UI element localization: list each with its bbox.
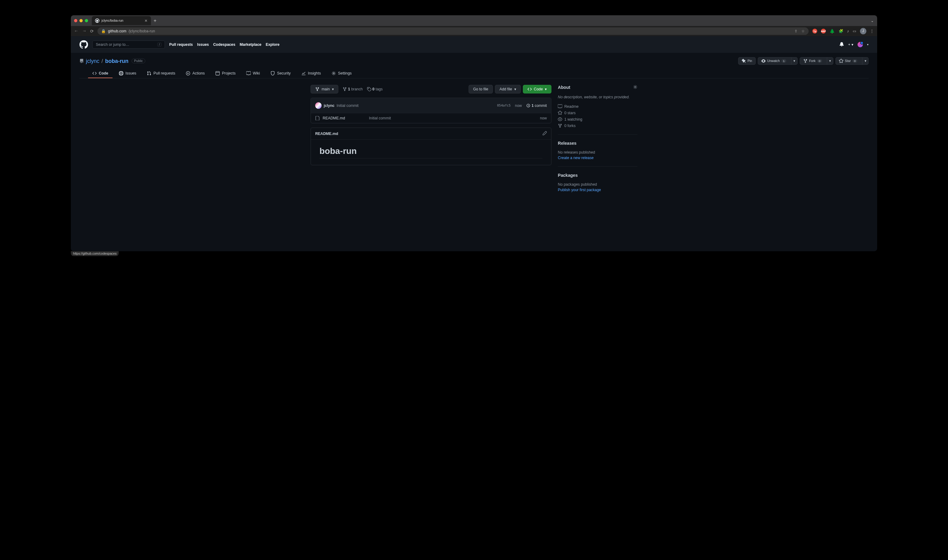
tab-code[interactable]: Code bbox=[88, 69, 112, 78]
branch-selector[interactable]: main ▾ bbox=[311, 85, 339, 94]
branch-icon bbox=[343, 87, 347, 91]
search-input[interactable]: Search or jump to… / bbox=[92, 41, 165, 49]
pin-icon bbox=[742, 59, 746, 63]
book-icon bbox=[246, 71, 251, 75]
file-time: now bbox=[540, 116, 547, 120]
fork-button[interactable]: Fork 0 ▾ bbox=[800, 57, 833, 65]
gear-icon bbox=[633, 85, 637, 89]
reload-button[interactable]: ⟳ bbox=[90, 29, 94, 34]
url-domain: github.com bbox=[108, 29, 126, 33]
commits-link[interactable]: 1 commit bbox=[526, 103, 547, 108]
panel-icon[interactable]: ▭ bbox=[853, 29, 856, 33]
github-favicon bbox=[95, 18, 99, 23]
bookmark-icon[interactable]: ☆ bbox=[802, 29, 805, 33]
commit-author[interactable]: jclync bbox=[324, 103, 334, 108]
tags-link[interactable]: 0 tags bbox=[367, 87, 383, 91]
branch-icon bbox=[315, 87, 320, 91]
branches-link[interactable]: 1 branch bbox=[343, 87, 363, 91]
star-button[interactable]: Star 0 ▾ bbox=[835, 57, 868, 65]
readme-link[interactable]: Readme bbox=[558, 104, 637, 108]
share-icon[interactable]: ⇧ bbox=[794, 29, 798, 33]
tab-dropdown-icon[interactable]: ⌄ bbox=[871, 18, 874, 23]
readme-heading: boba-run bbox=[320, 146, 542, 158]
nav-issues[interactable]: Issues bbox=[197, 42, 209, 47]
address-bar[interactable]: 🔒 github.com/jclync/boba-run ⇧ ☆ bbox=[97, 28, 808, 35]
tab-security[interactable]: Security bbox=[266, 69, 295, 78]
watching-link[interactable]: 1 watching bbox=[558, 117, 637, 122]
fork-caret[interactable]: ▾ bbox=[827, 57, 833, 65]
unwatch-button[interactable]: Unwatch 1 ▾ bbox=[758, 57, 797, 65]
project-icon bbox=[215, 71, 220, 75]
star-icon bbox=[558, 111, 562, 115]
new-tab-button[interactable]: + bbox=[154, 18, 156, 23]
pr-icon bbox=[147, 71, 151, 75]
caret-down-icon: ▾ bbox=[332, 87, 334, 91]
publish-package-link[interactable]: Publish your first package bbox=[558, 188, 637, 192]
extension-tp-icon[interactable]: Tp bbox=[813, 29, 817, 34]
code-icon bbox=[528, 87, 532, 91]
tab-issues[interactable]: Issues bbox=[114, 69, 140, 78]
go-to-file-button[interactable]: Go to file bbox=[468, 85, 492, 94]
add-file-button[interactable]: Add file ▾ bbox=[495, 85, 520, 94]
tab-title: jclync/boba-run bbox=[102, 18, 123, 22]
edit-readme-button[interactable] bbox=[542, 131, 547, 136]
commit-author-avatar[interactable] bbox=[315, 102, 322, 109]
create-release-link[interactable]: Create a new release bbox=[558, 155, 637, 160]
nav-marketplace[interactable]: Marketplace bbox=[240, 42, 262, 47]
window-maximize[interactable] bbox=[85, 19, 88, 22]
close-tab-icon[interactable]: ✕ bbox=[145, 18, 148, 23]
create-new-icon[interactable]: + ▾ bbox=[848, 42, 853, 47]
packages-title: Packages bbox=[558, 173, 578, 178]
nav-explore[interactable]: Explore bbox=[266, 42, 279, 47]
svg-point-4 bbox=[635, 86, 636, 88]
pin-button[interactable]: Pin bbox=[738, 57, 756, 65]
tab-settings[interactable]: Settings bbox=[328, 69, 356, 78]
playlist-icon[interactable]: ♪ bbox=[847, 29, 849, 33]
browser-menu-icon[interactable]: ⋮ bbox=[870, 29, 874, 33]
github-logo[interactable] bbox=[79, 40, 88, 49]
nav-codespaces[interactable]: Codespaces bbox=[213, 42, 235, 47]
forks-link[interactable]: 0 forks bbox=[558, 124, 637, 128]
window-minimize[interactable] bbox=[79, 19, 83, 22]
status-bar-url: https://github.com/codespaces bbox=[71, 251, 119, 256]
history-icon bbox=[526, 103, 531, 108]
tab-insights[interactable]: Insights bbox=[297, 69, 325, 78]
repo-separator: / bbox=[102, 58, 103, 64]
packages-empty: No packages published bbox=[558, 182, 637, 186]
tab-projects[interactable]: Projects bbox=[211, 69, 240, 78]
notifications-icon[interactable] bbox=[840, 42, 844, 47]
file-name-link[interactable]: README.md bbox=[323, 116, 345, 120]
about-settings-button[interactable] bbox=[633, 85, 637, 90]
tab-pull-requests[interactable]: Pull requests bbox=[143, 69, 180, 78]
profile-avatar[interactable]: J bbox=[860, 28, 866, 34]
avatar-caret-icon[interactable]: ▾ bbox=[867, 43, 868, 46]
extension-abp-icon[interactable]: ABP bbox=[821, 29, 826, 34]
window-close[interactable] bbox=[74, 19, 78, 22]
visibility-badge: Public bbox=[132, 58, 145, 63]
about-description: No description, website, or topics provi… bbox=[558, 94, 637, 100]
commit-message[interactable]: Initial commit bbox=[337, 103, 359, 108]
star-caret[interactable]: ▾ bbox=[862, 57, 868, 65]
stars-link[interactable]: 0 stars bbox=[558, 111, 637, 115]
commit-time: now bbox=[515, 103, 522, 108]
tab-wiki[interactable]: Wiki bbox=[242, 69, 264, 78]
file-commit-link[interactable]: Initial commit bbox=[369, 116, 391, 120]
releases-title: Releases bbox=[558, 141, 577, 146]
extension-tree-icon[interactable]: 🌲 bbox=[830, 29, 835, 34]
forward-button[interactable]: → bbox=[82, 29, 86, 34]
tab-actions[interactable]: Actions bbox=[182, 69, 209, 78]
code-button[interactable]: Code ▾ bbox=[523, 85, 552, 94]
nav-pull-requests[interactable]: Pull requests bbox=[169, 42, 193, 47]
readme-filename[interactable]: README.md bbox=[315, 132, 338, 136]
commit-sha[interactable]: 054afc5 bbox=[497, 104, 511, 108]
user-avatar[interactable] bbox=[857, 42, 863, 47]
unwatch-caret[interactable]: ▾ bbox=[791, 57, 797, 65]
repo-owner-link[interactable]: jclync bbox=[86, 58, 99, 64]
search-slash-hint: / bbox=[157, 43, 161, 46]
repo-name-link[interactable]: boba-run bbox=[105, 58, 128, 64]
back-button[interactable]: ← bbox=[74, 29, 78, 34]
url-path: /jclync/boba-run bbox=[129, 29, 155, 33]
repo-icon bbox=[79, 59, 84, 63]
browser-tab[interactable]: jclync/boba-run ✕ bbox=[92, 16, 151, 25]
extensions-icon[interactable]: 🧩 bbox=[839, 29, 843, 33]
